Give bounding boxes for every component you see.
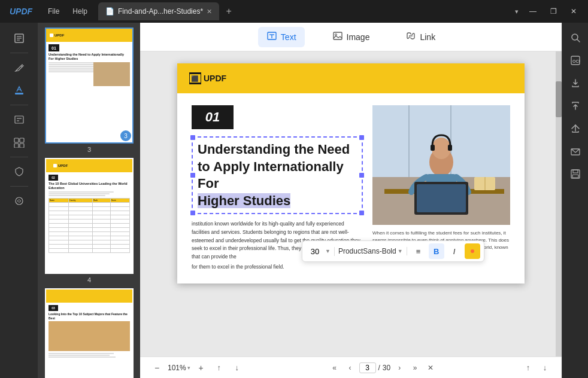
add-tab-button[interactable]: + bbox=[222, 4, 236, 19]
import-icon[interactable] bbox=[565, 96, 586, 116]
image-tool-label: Image bbox=[347, 32, 370, 42]
italic-button[interactable]: I bbox=[447, 243, 462, 259]
handle-top-left[interactable] bbox=[190, 135, 195, 140]
fit-up-button[interactable]: ↑ bbox=[212, 361, 226, 375]
text-selection-box[interactable]: Understanding the Need to Apply Internat… bbox=[192, 136, 363, 214]
handle-bottom-left[interactable] bbox=[190, 211, 195, 215]
pdf-photo bbox=[372, 105, 510, 225]
banner-logo-text: UPDF bbox=[204, 74, 226, 83]
share-icon[interactable] bbox=[565, 118, 586, 139]
text-tool-label: Text bbox=[281, 32, 296, 42]
svg-point-19 bbox=[335, 33, 337, 35]
handle-middle-right[interactable] bbox=[359, 173, 364, 178]
handle-bottom-right[interactable] bbox=[359, 211, 364, 215]
pdf-main-heading: Understanding the Need to Apply Internat… bbox=[198, 141, 357, 209]
align-button[interactable]: ≡ bbox=[411, 243, 426, 259]
svg-rect-18 bbox=[334, 32, 342, 39]
font-name-dropdown[interactable]: ProductSans-Bold ▼ bbox=[338, 247, 407, 255]
menu-bar: File Help bbox=[42, 5, 93, 18]
save-icon[interactable] bbox=[565, 164, 586, 184]
thumbnail-page-3[interactable]: UPDF 01 Understanding the Need to Apply … bbox=[45, 28, 134, 153]
first-page-button[interactable]: « bbox=[328, 361, 341, 374]
app-logo: UPDF bbox=[0, 0, 42, 23]
svg-line-4 bbox=[21, 66, 22, 67]
banner-logo-icon: ⬛ bbox=[189, 72, 201, 84]
bottom-bar: − 101% ▾ + ↑ ↓ « ‹ 3 / 30 › » ✕ ↑ bbox=[140, 356, 562, 378]
fit-down-button[interactable]: ↓ bbox=[230, 361, 244, 375]
svg-rect-31 bbox=[431, 145, 435, 151]
thumbnail-page-5[interactable]: 03 Looking Into the Top 10 Subject Major… bbox=[45, 288, 134, 378]
close-navigation-button[interactable]: ✕ bbox=[424, 361, 437, 374]
pdf-number-box: 01 bbox=[192, 105, 234, 129]
maximize-button[interactable]: ❐ bbox=[544, 4, 563, 19]
search-icon[interactable] bbox=[565, 28, 586, 48]
font-size-input[interactable]: 30 bbox=[306, 247, 324, 256]
export-icon[interactable] bbox=[565, 73, 586, 93]
link-tool-label: Link bbox=[420, 32, 435, 42]
left-sidebar bbox=[0, 23, 38, 378]
sidebar-form-icon[interactable] bbox=[7, 109, 31, 130]
sidebar-edit-icon[interactable] bbox=[7, 80, 31, 101]
thumbnail-label-4: 4 bbox=[87, 276, 91, 284]
photo-inner bbox=[372, 105, 510, 225]
pdf-viewer: ⬛ UPDF 01 bbox=[140, 51, 562, 356]
svg-rect-34 bbox=[417, 184, 466, 212]
minimize-button[interactable]: — bbox=[523, 4, 542, 19]
tab-close-button[interactable]: ✕ bbox=[207, 8, 212, 16]
right-sidebar: OCR bbox=[562, 23, 588, 378]
font-size-control[interactable]: 30 ▼ bbox=[306, 247, 335, 256]
sidebar-annotate-icon[interactable] bbox=[7, 57, 31, 78]
sidebar-ai-icon[interactable] bbox=[7, 190, 31, 212]
zoom-dropdown-arrow[interactable]: ▾ bbox=[187, 365, 190, 371]
prev-page-button[interactable]: ‹ bbox=[344, 361, 357, 374]
tab-dropdown[interactable]: ▾ bbox=[511, 5, 522, 18]
zoom-out-button[interactable]: − bbox=[150, 361, 164, 375]
heading-highlight-text: Higher Studies bbox=[198, 193, 290, 208]
text-tool-icon bbox=[266, 31, 277, 44]
toolbar-link-button[interactable]: Link bbox=[397, 27, 444, 47]
pdf-body-paragraph-2: for them to excel in the professional fi… bbox=[192, 263, 363, 272]
close-button[interactable]: ✕ bbox=[564, 4, 583, 19]
menu-file[interactable]: File bbox=[42, 5, 65, 18]
toolbar-image-button[interactable]: Image bbox=[324, 27, 378, 47]
svg-rect-25 bbox=[408, 105, 410, 177]
svg-rect-7 bbox=[15, 116, 23, 123]
handle-middle-left[interactable] bbox=[190, 173, 195, 178]
main-layout: UPDF 01 Understanding the Need to Apply … bbox=[0, 23, 588, 378]
sidebar-pages-icon[interactable] bbox=[7, 28, 31, 49]
font-size-dropdown-icon[interactable]: ▼ bbox=[325, 248, 331, 254]
zoom-in-button[interactable]: + bbox=[194, 361, 208, 375]
menu-help[interactable]: Help bbox=[66, 5, 93, 18]
next-page-button[interactable]: › bbox=[393, 361, 406, 374]
zoom-value-display: 101% ▾ bbox=[168, 364, 190, 372]
ocr-icon[interactable]: OCR bbox=[565, 50, 586, 71]
text-color-button[interactable] bbox=[465, 243, 480, 259]
sidebar-protect-icon[interactable] bbox=[7, 161, 31, 182]
total-pages: 30 bbox=[383, 364, 390, 372]
pdf-banner: ⬛ UPDF bbox=[177, 63, 525, 93]
banner-logo: ⬛ UPDF bbox=[189, 72, 226, 84]
page-badge-3: 3 bbox=[120, 130, 131, 141]
last-page-button[interactable]: » bbox=[408, 361, 422, 374]
heading-text: Understanding the Need to Apply Internat… bbox=[198, 142, 350, 191]
title-bar-controls: ▾ — ❐ ✕ bbox=[511, 4, 583, 19]
page-number-input[interactable]: 3 bbox=[359, 362, 376, 373]
bold-button[interactable]: B bbox=[429, 243, 444, 259]
sidebar-organize-icon[interactable] bbox=[7, 132, 31, 153]
scroll-down-button[interactable]: ↓ bbox=[538, 361, 552, 375]
pdf-scrollbar[interactable] bbox=[556, 51, 562, 356]
svg-line-40 bbox=[577, 39, 580, 42]
svg-rect-11 bbox=[20, 138, 24, 142]
scroll-up-button[interactable]: ↑ bbox=[521, 361, 535, 375]
sidebar-divider-2 bbox=[10, 105, 28, 105]
link-tool-icon bbox=[405, 31, 416, 44]
tab-document[interactable]: 📄 Find-and-Ap...her-Studies* ✕ bbox=[98, 2, 219, 20]
logo-text: UPDF bbox=[10, 7, 32, 16]
handle-top-right[interactable] bbox=[359, 135, 364, 140]
thumbnail-page-4[interactable]: UPDF 02 The 10 Best Global Universities … bbox=[45, 158, 134, 284]
toolbar-text-button[interactable]: Text bbox=[258, 27, 305, 47]
scrollbar-thumb[interactable] bbox=[556, 81, 562, 117]
toolbar: Text Image Link bbox=[140, 23, 562, 51]
thumbnail-image-3: UPDF 01 Understanding the Need to Apply … bbox=[45, 28, 134, 144]
email-icon[interactable] bbox=[565, 141, 586, 161]
